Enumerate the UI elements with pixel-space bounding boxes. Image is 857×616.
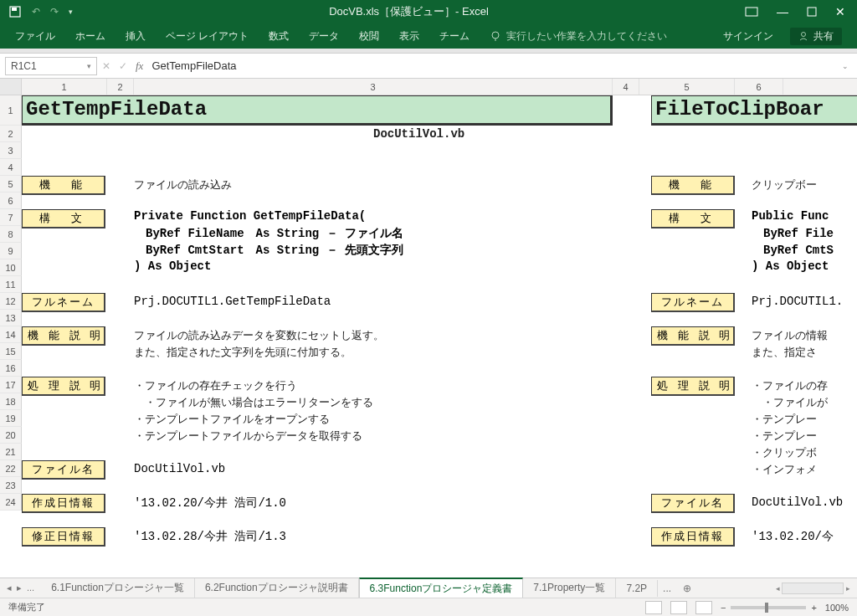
enter-formula-icon[interactable]: ✓ <box>119 60 127 72</box>
label-sdate-2[interactable]: 作成日情報 <box>651 527 735 547</box>
label-fname-2[interactable]: ファイル名 <box>651 494 735 513</box>
row-header[interactable]: 16 <box>0 360 22 377</box>
row-header[interactable]: 22 <box>0 460 22 477</box>
ribbon-tab-team[interactable]: チーム <box>439 29 470 44</box>
cell-kobun-1b[interactable]: ByRef FileName As String － ファイル名 <box>134 226 403 241</box>
label-kobun-2[interactable]: 構 文 <box>651 209 735 228</box>
view-normal-icon[interactable] <box>645 601 662 614</box>
cell-shori-2f[interactable]: ・インフォメ <box>752 462 817 477</box>
cell-shori-2c[interactable]: ・テンプレー <box>752 412 817 427</box>
col-header[interactable]: 5 <box>639 79 735 95</box>
cell-shori-1b[interactable]: ・ファイルが無い場合はエラーリターンをする <box>134 395 373 410</box>
cell-kino-1[interactable]: ファイルの読み込み <box>134 177 232 192</box>
cell-shori-1a[interactable]: ・ファイルの存在チェックを行う <box>134 378 297 393</box>
zoom-in-icon[interactable]: + <box>811 603 816 613</box>
cell-title-2[interactable]: FileToClipBoar <box>651 95 857 126</box>
sheet-tab-1[interactable]: 6.2Functionプロシージャ説明書 <box>195 578 359 598</box>
sheet-tab-3[interactable]: 7.1Property一覧 <box>523 578 616 598</box>
cell-kobun-1c[interactable]: ByRef CmtStart As String － 先頭文字列 <box>134 243 403 258</box>
hscroll-right-icon[interactable]: ▸ <box>844 584 852 593</box>
cell-file-under[interactable]: DocUtilVol.vb <box>373 127 464 141</box>
cell-kobun-2b[interactable]: ByRef File <box>752 226 834 241</box>
cell-title-1[interactable]: GetTempFileData <box>22 95 613 126</box>
row-header[interactable]: 17 <box>0 377 22 393</box>
row-header[interactable]: 7 <box>0 209 22 226</box>
label-ksetsu-2[interactable]: 機 能 説 明 <box>651 326 735 346</box>
sheet-tab-4[interactable]: 7.2P <box>616 580 658 597</box>
row-header[interactable]: 20 <box>0 427 22 444</box>
ribbon-tab-pagelayout[interactable]: ページ レイアウト <box>166 29 249 44</box>
hscroll-left-icon[interactable]: ◂ <box>773 584 782 593</box>
label-udate-1[interactable]: 修正日情報 <box>22 527 105 547</box>
minimize-icon[interactable]: — <box>777 5 788 18</box>
cancel-formula-icon[interactable]: ✕ <box>102 60 110 72</box>
ribbon-tab-file[interactable]: ファイル <box>15 29 55 44</box>
cell-shori-2a[interactable]: ・ファイルの存 <box>752 378 828 393</box>
label-kino-2[interactable]: 機 能 <box>651 176 735 195</box>
ribbon-tab-formulas[interactable]: 数式 <box>269 29 289 44</box>
cell-fname-1[interactable]: DocUtilVol.vb <box>134 462 225 475</box>
row-header[interactable]: 10 <box>0 259 22 276</box>
col-header[interactable]: 4 <box>613 79 639 95</box>
cell-shori-2b[interactable]: ・ファイルが <box>752 395 828 410</box>
sheet-tab-0[interactable]: 6.1Functionプロシージャ一覧 <box>41 578 195 598</box>
chevron-down-icon[interactable]: ▾ <box>87 62 91 70</box>
cell-kobun-2d[interactable]: ) As Object <box>752 259 829 273</box>
tab-nav-ellipsis[interactable]: ... <box>27 583 34 593</box>
ribbon-tab-view[interactable]: 表示 <box>399 29 419 44</box>
add-sheet-icon[interactable]: ⊕ <box>676 583 698 594</box>
col-header[interactable]: 3 <box>134 79 613 95</box>
signin-link[interactable]: サインイン <box>723 29 773 44</box>
cell-fullname-2[interactable]: Prj.DOCUTIL1. <box>752 295 843 308</box>
row-header[interactable]: 15 <box>0 343 22 360</box>
share-button[interactable]: 共有 <box>790 28 842 45</box>
view-pagelayout-icon[interactable] <box>670 601 687 614</box>
sheet-tab-2[interactable]: 6.3Functionプロシージャ定義書 <box>359 578 524 598</box>
row-header[interactable]: 19 <box>0 410 22 427</box>
row-header[interactable]: 4 <box>0 159 22 176</box>
redo-icon[interactable]: ↷ <box>50 6 59 18</box>
zoom-level[interactable]: 100% <box>825 603 849 613</box>
row-header[interactable]: 14 <box>0 326 22 343</box>
maximize-icon[interactable] <box>807 7 817 17</box>
formula-input[interactable] <box>148 57 837 75</box>
label-ksetsu-1[interactable]: 機 能 説 明 <box>22 326 105 346</box>
undo-icon[interactable]: ↶ <box>32 6 40 18</box>
col-header[interactable]: 6 <box>735 79 783 95</box>
zoom-slider[interactable] <box>731 606 806 609</box>
expand-formula-icon[interactable]: ⌄ <box>842 62 852 70</box>
col-header[interactable]: 1 <box>22 79 107 95</box>
cell-kobun-2a[interactable]: Public Func <box>752 209 829 223</box>
label-kobun-1[interactable]: 構 文 <box>22 209 105 228</box>
row-header[interactable]: 1 <box>0 95 22 126</box>
tab-nav-first-icon[interactable]: ◂ <box>7 583 12 593</box>
label-sdate-1[interactable]: 作成日情報 <box>22 494 105 513</box>
row-header[interactable]: 6 <box>0 192 22 209</box>
cell-udate-1[interactable]: '13.02.28/今井 浩司/1.3 <box>134 529 286 544</box>
row-header[interactable]: 18 <box>0 393 22 410</box>
fx-icon[interactable]: fx <box>136 59 143 73</box>
row-header[interactable]: 11 <box>0 276 22 293</box>
row-header[interactable]: 12 <box>0 293 22 310</box>
cell-ksetsu-2a[interactable]: ファイルの情報 <box>752 328 828 343</box>
row-header[interactable]: 5 <box>0 176 22 192</box>
cell-shori-1c[interactable]: ・テンプレートファイルをオープンする <box>134 412 330 427</box>
cell-fname-2[interactable]: DocUtilVol.vb <box>752 495 843 509</box>
ribbon-tab-review[interactable]: 校閲 <box>359 29 379 44</box>
label-kino-1[interactable]: 機 能 <box>22 176 105 195</box>
zoom-out-icon[interactable]: − <box>721 603 726 613</box>
row-header[interactable]: 8 <box>0 226 22 243</box>
row-header[interactable]: 13 <box>0 310 22 326</box>
close-icon[interactable]: ✕ <box>835 5 845 18</box>
label-fullname-1[interactable]: フルネーム <box>22 293 105 312</box>
save-icon[interactable] <box>8 5 22 18</box>
tab-nav-more[interactable]: ... <box>658 583 676 594</box>
hscroll-track[interactable] <box>782 583 844 594</box>
ribbon-tab-insert[interactable]: 挿入 <box>126 29 146 44</box>
cell-sdate-1[interactable]: '13.02.20/今井 浩司/1.0 <box>134 495 286 511</box>
cell-fullname-1[interactable]: Prj.DOCUTIL1.GetTempFileData <box>134 295 331 308</box>
label-shori-2[interactable]: 処 理 説 明 <box>651 377 735 396</box>
cell-ksetsu-1a[interactable]: ファイルの読み込みデータを変数にセットし返す。 <box>134 328 384 343</box>
cell-kobun-1d[interactable]: ) As Object <box>134 259 211 273</box>
ribbon-tab-data[interactable]: データ <box>309 29 339 44</box>
